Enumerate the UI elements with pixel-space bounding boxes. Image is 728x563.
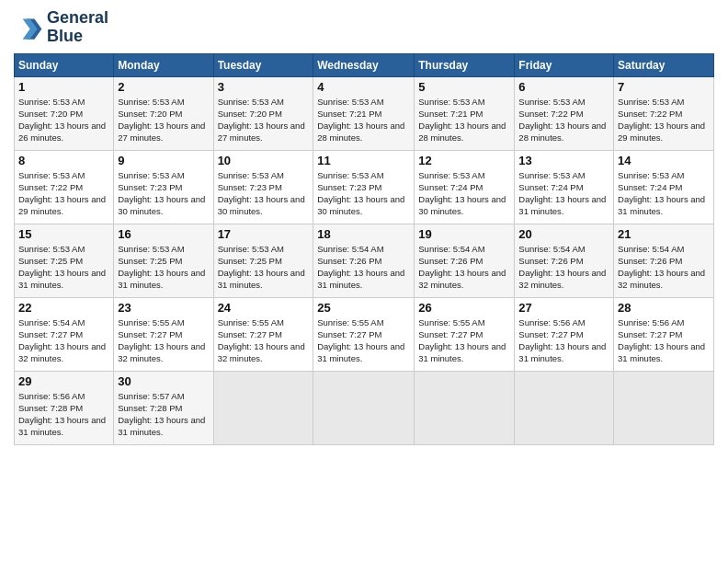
- day-number: 8: [18, 154, 109, 167]
- calendar-row-0: 1 Sunrise: 5:53 AMSunset: 7:20 PMDayligh…: [15, 76, 714, 150]
- day-number: 22: [18, 301, 109, 315]
- logo-text: General Blue: [47, 9, 108, 46]
- calendar-cell-r3-c1: 23 Sunrise: 5:55 AMSunset: 7:27 PMDaylig…: [114, 297, 213, 371]
- calendar-cell-r0-c5: 6 Sunrise: 5:53 AMSunset: 7:22 PMDayligh…: [515, 76, 614, 150]
- calendar-cell-r3-c4: 26 Sunrise: 5:55 AMSunset: 7:27 PMDaylig…: [415, 297, 515, 371]
- day-info: Sunrise: 5:56 AMSunset: 7:28 PMDaylight:…: [18, 390, 109, 439]
- day-number: 18: [317, 227, 410, 241]
- day-number: 15: [18, 227, 109, 241]
- day-number: 19: [418, 227, 510, 241]
- calendar-cell-r0-c0: 1 Sunrise: 5:53 AMSunset: 7:20 PMDayligh…: [15, 76, 114, 150]
- logo: General Blue: [14, 9, 108, 46]
- day-info: Sunrise: 5:53 AMSunset: 7:21 PMDaylight:…: [418, 96, 510, 144]
- day-info: Sunrise: 5:53 AMSunset: 7:20 PMDaylight:…: [118, 96, 209, 144]
- day-number: 11: [317, 154, 410, 167]
- calendar-cell-r4-c2: [213, 371, 313, 444]
- calendar-cell-r2-c4: 19 Sunrise: 5:54 AMSunset: 7:26 PMDaylig…: [415, 224, 515, 297]
- day-info: Sunrise: 5:53 AMSunset: 7:23 PMDaylight:…: [218, 169, 310, 218]
- day-number: 26: [418, 301, 510, 315]
- header-thursday: Thursday: [415, 53, 515, 76]
- header-wednesday: Wednesday: [313, 53, 415, 76]
- day-number: 7: [618, 80, 710, 94]
- calendar-cell-r1-c4: 12 Sunrise: 5:53 AMSunset: 7:24 PMDaylig…: [415, 150, 515, 224]
- day-number: 5: [418, 80, 510, 94]
- day-info: Sunrise: 5:53 AMSunset: 7:25 PMDaylight:…: [218, 243, 310, 292]
- day-info: Sunrise: 5:55 AMSunset: 7:27 PMDaylight:…: [317, 316, 410, 365]
- calendar-cell-r4-c4: [415, 371, 515, 444]
- calendar-cell-r3-c0: 22 Sunrise: 5:54 AMSunset: 7:27 PMDaylig…: [15, 297, 114, 371]
- day-info: Sunrise: 5:53 AMSunset: 7:23 PMDaylight:…: [118, 169, 209, 218]
- calendar-cell-r2-c2: 17 Sunrise: 5:53 AMSunset: 7:25 PMDaylig…: [213, 224, 313, 297]
- weekday-header-row: Sunday Monday Tuesday Wednesday Thursday…: [15, 53, 714, 76]
- day-number: 24: [218, 301, 310, 315]
- calendar-cell-r4-c6: [614, 371, 714, 444]
- day-info: Sunrise: 5:53 AMSunset: 7:22 PMDaylight:…: [618, 96, 710, 144]
- day-info: Sunrise: 5:56 AMSunset: 7:27 PMDaylight:…: [518, 316, 609, 365]
- calendar-cell-r0-c3: 4 Sunrise: 5:53 AMSunset: 7:21 PMDayligh…: [313, 76, 415, 150]
- day-number: 4: [317, 80, 410, 94]
- calendar-cell-r0-c4: 5 Sunrise: 5:53 AMSunset: 7:21 PMDayligh…: [415, 76, 515, 150]
- day-number: 23: [118, 301, 209, 315]
- day-info: Sunrise: 5:55 AMSunset: 7:27 PMDaylight:…: [218, 316, 310, 365]
- day-info: Sunrise: 5:54 AMSunset: 7:26 PMDaylight:…: [518, 243, 609, 292]
- header-sunday: Sunday: [15, 53, 114, 76]
- calendar-cell-r1-c5: 13 Sunrise: 5:53 AMSunset: 7:24 PMDaylig…: [515, 150, 614, 224]
- header-friday: Friday: [515, 53, 614, 76]
- calendar-cell-r2-c1: 16 Sunrise: 5:53 AMSunset: 7:25 PMDaylig…: [114, 224, 213, 297]
- calendar-cell-r3-c5: 27 Sunrise: 5:56 AMSunset: 7:27 PMDaylig…: [515, 297, 614, 371]
- day-number: 6: [518, 80, 609, 94]
- day-number: 3: [218, 80, 310, 94]
- day-info: Sunrise: 5:56 AMSunset: 7:27 PMDaylight:…: [618, 316, 710, 365]
- calendar-cell-r4-c5: [515, 371, 614, 444]
- calendar-cell-r3-c3: 25 Sunrise: 5:55 AMSunset: 7:27 PMDaylig…: [313, 297, 415, 371]
- day-number: 9: [118, 154, 209, 167]
- calendar-cell-r1-c1: 9 Sunrise: 5:53 AMSunset: 7:23 PMDayligh…: [114, 150, 213, 224]
- header-saturday: Saturday: [614, 53, 714, 76]
- calendar-row-1: 8 Sunrise: 5:53 AMSunset: 7:22 PMDayligh…: [15, 150, 714, 224]
- calendar-cell-r2-c0: 15 Sunrise: 5:53 AMSunset: 7:25 PMDaylig…: [15, 224, 114, 297]
- day-number: 27: [518, 301, 609, 315]
- day-info: Sunrise: 5:57 AMSunset: 7:28 PMDaylight:…: [118, 390, 209, 439]
- day-number: 29: [18, 374, 109, 388]
- header-monday: Monday: [114, 53, 213, 76]
- day-info: Sunrise: 5:53 AMSunset: 7:22 PMDaylight:…: [18, 169, 109, 218]
- calendar-cell-r2-c6: 21 Sunrise: 5:54 AMSunset: 7:26 PMDaylig…: [614, 224, 714, 297]
- calendar-row-4: 29 Sunrise: 5:56 AMSunset: 7:28 PMDaylig…: [15, 371, 714, 444]
- calendar-cell-r3-c6: 28 Sunrise: 5:56 AMSunset: 7:27 PMDaylig…: [614, 297, 714, 371]
- day-info: Sunrise: 5:53 AMSunset: 7:25 PMDaylight:…: [118, 243, 209, 292]
- calendar-cell-r0-c6: 7 Sunrise: 5:53 AMSunset: 7:22 PMDayligh…: [614, 76, 714, 150]
- calendar-cell-r1-c6: 14 Sunrise: 5:53 AMSunset: 7:24 PMDaylig…: [614, 150, 714, 224]
- day-info: Sunrise: 5:54 AMSunset: 7:26 PMDaylight:…: [618, 243, 710, 292]
- day-number: 1: [18, 80, 109, 94]
- day-number: 20: [518, 227, 609, 241]
- day-number: 14: [618, 154, 710, 167]
- day-number: 2: [118, 80, 209, 94]
- header-tuesday: Tuesday: [213, 53, 313, 76]
- day-info: Sunrise: 5:53 AMSunset: 7:25 PMDaylight:…: [18, 243, 109, 292]
- day-info: Sunrise: 5:55 AMSunset: 7:27 PMDaylight:…: [118, 316, 209, 365]
- calendar-cell-r4-c3: [313, 371, 415, 444]
- calendar-cell-r0-c2: 3 Sunrise: 5:53 AMSunset: 7:20 PMDayligh…: [213, 76, 313, 150]
- day-info: Sunrise: 5:53 AMSunset: 7:23 PMDaylight:…: [317, 169, 410, 218]
- day-number: 10: [218, 154, 310, 167]
- day-info: Sunrise: 5:53 AMSunset: 7:20 PMDaylight:…: [218, 96, 310, 144]
- calendar-cell-r0-c1: 2 Sunrise: 5:53 AMSunset: 7:20 PMDayligh…: [114, 76, 213, 150]
- day-number: 28: [618, 301, 710, 315]
- day-info: Sunrise: 5:55 AMSunset: 7:27 PMDaylight:…: [418, 316, 510, 365]
- day-number: 12: [418, 154, 510, 167]
- day-info: Sunrise: 5:54 AMSunset: 7:26 PMDaylight:…: [317, 243, 410, 292]
- calendar-cell-r4-c0: 29 Sunrise: 5:56 AMSunset: 7:28 PMDaylig…: [15, 371, 114, 444]
- day-info: Sunrise: 5:53 AMSunset: 7:24 PMDaylight:…: [518, 169, 609, 218]
- calendar-row-3: 22 Sunrise: 5:54 AMSunset: 7:27 PMDaylig…: [15, 297, 714, 371]
- day-number: 13: [518, 154, 609, 167]
- calendar-cell-r1-c0: 8 Sunrise: 5:53 AMSunset: 7:22 PMDayligh…: [15, 150, 114, 224]
- day-info: Sunrise: 5:53 AMSunset: 7:20 PMDaylight:…: [18, 96, 109, 144]
- day-info: Sunrise: 5:54 AMSunset: 7:26 PMDaylight:…: [418, 243, 510, 292]
- calendar-cell-r4-c1: 30 Sunrise: 5:57 AMSunset: 7:28 PMDaylig…: [114, 371, 213, 444]
- day-info: Sunrise: 5:53 AMSunset: 7:24 PMDaylight:…: [618, 169, 710, 218]
- calendar-cell-r1-c3: 11 Sunrise: 5:53 AMSunset: 7:23 PMDaylig…: [313, 150, 415, 224]
- day-info: Sunrise: 5:54 AMSunset: 7:27 PMDaylight:…: [18, 316, 109, 365]
- day-info: Sunrise: 5:53 AMSunset: 7:22 PMDaylight:…: [518, 96, 609, 144]
- logo-icon: [14, 13, 43, 42]
- calendar-cell-r3-c2: 24 Sunrise: 5:55 AMSunset: 7:27 PMDaylig…: [213, 297, 313, 371]
